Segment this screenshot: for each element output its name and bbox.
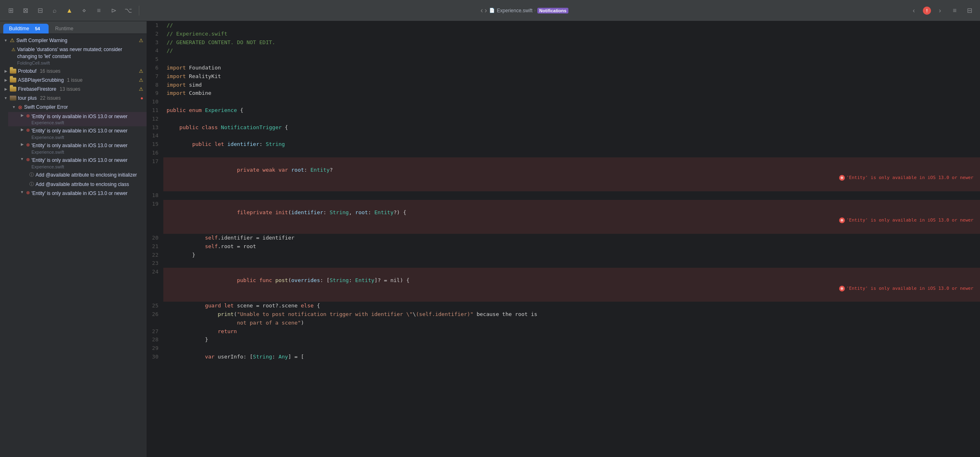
line-number: 9 — [147, 89, 163, 98]
group-swift-error[interactable]: ▼ ⊗ Swift Compiler Error — [8, 103, 147, 112]
warning-badge: ⚠ — [139, 77, 143, 83]
issue-content: Variable 'durations' was never mutated; … — [17, 46, 143, 65]
issue-warn-1[interactable]: ⚠ Variable 'durations' was never mutated… — [0, 45, 147, 67]
line-number: 6 — [147, 64, 163, 72]
split-icon[interactable]: ⊟ — [964, 5, 975, 16]
error-inline-msg: 'Entity' is only available in iOS 13.0 o… — [846, 285, 973, 292]
line-code: } — [163, 336, 980, 344]
issue-err-5[interactable]: ▼ ⊗ 'Entity' is only available in iOS 13… — [8, 189, 147, 198]
warning-icon[interactable]: ▲ — [64, 5, 75, 16]
expand-triangle: ▼ — [20, 157, 24, 161]
group-label: tour plus — [18, 95, 37, 101]
line-8: 8 import simd — [147, 81, 980, 90]
error-badge: ● — [140, 95, 143, 101]
line-16: 16 — [147, 149, 980, 157]
line-21: 21 self.root = root — [147, 242, 980, 251]
comment-icon[interactable]: ⌥ — [122, 5, 134, 16]
breadcrumb-back[interactable]: ‹ — [481, 6, 483, 15]
group-count: 1 issue — [67, 77, 82, 83]
tab-buildtime[interactable]: Buildtime 54 — [3, 24, 49, 34]
issue-err-3[interactable]: ▶ ⊗ 'Entity' is only available in iOS 13… — [8, 141, 147, 156]
line-code — [163, 55, 980, 64]
group-asb[interactable]: ▶ ASBPlayerScrubbing 1 issue ⚠ — [0, 76, 147, 85]
issue-err-1[interactable]: ▶ ⊗ 'Entity' is only available in iOS 13… — [8, 112, 147, 127]
expand-triangle: ▶ — [20, 142, 24, 146]
line-code: } — [163, 251, 980, 260]
line-code: public enum Experience { — [163, 106, 980, 115]
line-code — [163, 132, 980, 140]
fix-item-2[interactable]: ⓘ Add @available attribute to enclosing … — [8, 180, 147, 189]
issue-message: 'Entity' is only available in iOS 13.0 o… — [31, 157, 143, 164]
error-icon: ⊗ — [26, 128, 30, 133]
line-number: 8 — [147, 81, 163, 90]
group-label: Swift Compiler Error — [24, 104, 68, 110]
code-area[interactable]: 1 // 2 // Experience.swift 3 // GENERATE… — [147, 21, 980, 457]
breadcrumb-fwd[interactable]: › — [485, 6, 487, 15]
line-18: 18 — [147, 191, 980, 200]
line-22: 22 } — [147, 251, 980, 260]
group-protobuf[interactable]: ▶ Protobuf 16 issues ⚠ — [0, 67, 147, 76]
folder-icon — [10, 69, 16, 74]
line-number: 3 — [147, 38, 163, 47]
line-number: 21 — [147, 242, 163, 251]
line-code: import simd — [163, 81, 980, 90]
breadcrumb-file[interactable]: 📄 Experience.swift — [489, 7, 532, 14]
line-code — [163, 259, 980, 268]
line-code — [163, 98, 980, 106]
line-30: 30 var userInfo: [String: Any] = [ — [147, 353, 980, 361]
search-icon[interactable]: ⌕ — [49, 5, 60, 16]
options-icon[interactable]: ≡ — [949, 5, 960, 16]
line-code: // — [163, 21, 980, 30]
issue-err-4[interactable]: ▼ ⊗ 'Entity' is only available in iOS 13… — [8, 156, 147, 170]
issue-message: Variable 'durations' was never mutated; … — [17, 46, 143, 60]
folder-icon — [10, 87, 16, 92]
folder-icon — [10, 78, 16, 83]
line-number: 27 — [147, 327, 163, 336]
grid-icon[interactable]: ⊟ — [34, 5, 46, 16]
line-14: 14 — [147, 132, 980, 140]
issue-message: 'Entity' is only available in iOS 13.0 o… — [31, 190, 143, 197]
fix-content: Add @available attribute to enclosing cl… — [36, 181, 143, 188]
group-tour-plus[interactable]: ▼ tour plus 22 issues ● — [0, 94, 147, 103]
group-firebase[interactable]: ▶ FirebaseFirestore 13 issues ⚠ — [0, 85, 147, 94]
line-code: public let identifier: String — [163, 140, 980, 149]
breadcrumb-class-item[interactable]: Notifications — [537, 8, 569, 13]
warning-badge: ⚠ — [139, 38, 143, 43]
list-icon[interactable]: ≡ — [93, 5, 105, 16]
issue-file: Experience.swift — [31, 164, 143, 169]
toolbar: ⊞ ⊠ ⊟ ⌕ ▲ ⋄ ≡ ⊳ ⌥ ‹ › 📄 Experience.swift… — [0, 0, 980, 21]
fix-item-1[interactable]: ⓘ Add @available attribute to enclosing … — [8, 170, 147, 180]
warn-icon: ⚠ — [11, 47, 16, 52]
issue-message: 'Entity' is only available in iOS 13.0 o… — [31, 113, 143, 120]
line-25: 25 guard let scene = root?.scene else { — [147, 302, 980, 310]
tag-icon[interactable]: ⊳ — [108, 5, 119, 16]
line-10: 10 — [147, 98, 980, 106]
tab-runtime[interactable]: Runtime — [49, 24, 79, 34]
breadcrumb: ‹ › 📄 Experience.swift › Notifications — [144, 6, 905, 15]
line-number: 19 — [147, 200, 163, 234]
line-13: 13 public class NotificationTrigger { — [147, 123, 980, 132]
line-number: 15 — [147, 140, 163, 149]
diamond-icon[interactable]: ⋄ — [78, 5, 90, 16]
line-code: // — [163, 47, 980, 55]
line-3: 3 // GENERATED CONTENT. DO NOT EDIT. — [147, 38, 980, 47]
line-24: 24 public func post(overrides: [String: … — [147, 268, 980, 302]
issue-file: Experience.swift — [31, 120, 143, 125]
nav-right-icon[interactable]: › — [934, 5, 946, 16]
issue-content: 'Entity' is only available in iOS 13.0 o… — [31, 190, 143, 197]
line-code: // Experience.swift — [163, 30, 980, 38]
line-code — [163, 149, 980, 157]
line-19: 19 fileprivate init(identifier: String, … — [147, 200, 980, 234]
issue-err-2[interactable]: ▶ ⊗ 'Entity' is only available in iOS 13… — [8, 126, 147, 141]
breadcrumb-sep: › — [534, 8, 535, 13]
square-icon[interactable]: ⊞ — [5, 5, 16, 16]
x-square-icon[interactable]: ⊠ — [20, 5, 31, 16]
line-number: 14 — [147, 132, 163, 140]
line-5: 5 — [147, 55, 980, 64]
error-inline-24: ⊗ 'Entity' is only available in iOS 13.0… — [836, 285, 977, 292]
line-code-error: public func post(overrides: [String: Ent… — [163, 268, 980, 302]
line-code: import Foundation — [163, 64, 980, 72]
nav-left-icon[interactable]: ‹ — [908, 5, 920, 16]
group-swift-warning[interactable]: ▼ ⚠ Swift Compiler Warning ⚠ — [0, 36, 147, 45]
line-6: 6 import Foundation — [147, 64, 980, 72]
